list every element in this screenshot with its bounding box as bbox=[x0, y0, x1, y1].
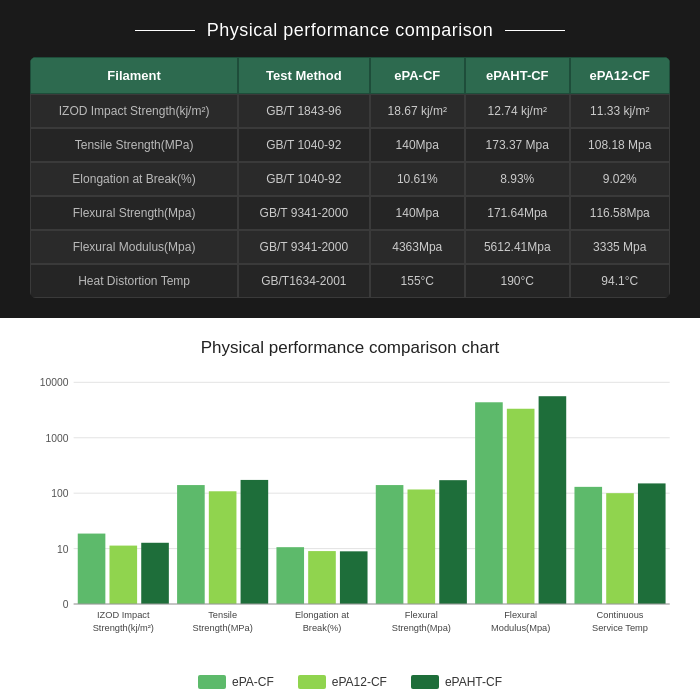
svg-text:Service Temp: Service Temp bbox=[592, 623, 648, 633]
svg-rect-27 bbox=[638, 483, 666, 604]
svg-rect-15 bbox=[574, 487, 602, 604]
svg-text:100: 100 bbox=[51, 488, 68, 499]
cell-filament: Heat Distortion Temp bbox=[30, 264, 238, 298]
cell-epaht-cf: 173.37 Mpa bbox=[465, 128, 570, 162]
cell-method: GB/T 9341-2000 bbox=[238, 230, 369, 264]
cell-epa12-cf: 94.1°C bbox=[570, 264, 670, 298]
legend-label-epa-cf: ePA-CF bbox=[232, 675, 274, 689]
legend-color-epa-cf bbox=[198, 675, 226, 689]
svg-rect-19 bbox=[408, 489, 436, 604]
svg-rect-21 bbox=[606, 493, 634, 604]
svg-rect-24 bbox=[340, 551, 368, 604]
cell-epa12-cf: 9.02% bbox=[570, 162, 670, 196]
svg-rect-23 bbox=[241, 480, 269, 604]
svg-rect-26 bbox=[539, 396, 567, 604]
cell-epa12-cf: 11.33 kj/m² bbox=[570, 94, 670, 128]
svg-text:Elongation at: Elongation at bbox=[295, 610, 350, 620]
col-method: Test Method bbox=[238, 57, 369, 94]
svg-text:Continuous: Continuous bbox=[597, 610, 644, 620]
cell-epa12-cf: 116.58Mpa bbox=[570, 196, 670, 230]
col-epaht-cf: ePAHT-CF bbox=[465, 57, 570, 94]
svg-text:Strength(kj/m²): Strength(kj/m²) bbox=[93, 623, 154, 633]
cell-epa-cf: 4363Mpa bbox=[370, 230, 465, 264]
table-row: IZOD Impact Strength(kj/m²) GB/T 1843-96… bbox=[30, 94, 670, 128]
table-row: Flexural Strength(Mpa) GB/T 9341-2000 14… bbox=[30, 196, 670, 230]
top-section: Physical performance comparison Filament… bbox=[0, 0, 700, 318]
svg-text:Modulus(Mpa): Modulus(Mpa) bbox=[491, 623, 550, 633]
chart-legend: ePA-CF ePA12-CF ePAHT-CF bbox=[20, 675, 680, 689]
cell-method: GB/T 9341-2000 bbox=[238, 196, 369, 230]
svg-rect-14 bbox=[475, 402, 503, 604]
cell-epaht-cf: 171.64Mpa bbox=[465, 196, 570, 230]
svg-text:1000: 1000 bbox=[46, 433, 69, 444]
cell-filament: Elongation at Break(%) bbox=[30, 162, 238, 196]
cell-method: GB/T 1040-92 bbox=[238, 162, 369, 196]
cell-epaht-cf: 12.74 kj/m² bbox=[465, 94, 570, 128]
col-epa-cf: ePA-CF bbox=[370, 57, 465, 94]
performance-table: Filament Test Method ePA-CF ePAHT-CF ePA… bbox=[30, 57, 670, 298]
bar-chart: 010100100010000IZOD ImpactStrength(kj/m²… bbox=[20, 372, 680, 661]
cell-filament: Flexural Modulus(Mpa) bbox=[30, 230, 238, 264]
cell-method: GB/T 1843-96 bbox=[238, 94, 369, 128]
table-row: Elongation at Break(%) GB/T 1040-92 10.6… bbox=[30, 162, 670, 196]
cell-epa-cf: 155°C bbox=[370, 264, 465, 298]
cell-epaht-cf: 190°C bbox=[465, 264, 570, 298]
table-row: Tensile Strength(MPa) GB/T 1040-92 140Mp… bbox=[30, 128, 670, 162]
svg-rect-18 bbox=[308, 551, 336, 604]
svg-rect-20 bbox=[507, 409, 535, 604]
cell-epaht-cf: 5612.41Mpa bbox=[465, 230, 570, 264]
cell-epa12-cf: 3335 Mpa bbox=[570, 230, 670, 264]
cell-epa-cf: 140Mpa bbox=[370, 196, 465, 230]
col-epa12-cf: ePA12-CF bbox=[570, 57, 670, 94]
cell-method: GB/T 1040-92 bbox=[238, 128, 369, 162]
svg-rect-25 bbox=[439, 480, 467, 604]
svg-rect-22 bbox=[141, 543, 169, 604]
svg-text:Break(%): Break(%) bbox=[303, 623, 342, 633]
svg-text:Strength(MPa): Strength(MPa) bbox=[193, 623, 253, 633]
svg-text:Flexural: Flexural bbox=[405, 610, 438, 620]
cell-epa-cf: 18.67 kj/m² bbox=[370, 94, 465, 128]
legend-label-epaht-cf: ePAHT-CF bbox=[445, 675, 502, 689]
cell-epa-cf: 140Mpa bbox=[370, 128, 465, 162]
chart-area: 010100100010000IZOD ImpactStrength(kj/m²… bbox=[20, 372, 680, 665]
legend-color-epaht-cf bbox=[411, 675, 439, 689]
col-filament: Filament bbox=[30, 57, 238, 94]
top-title: Physical performance comparison bbox=[30, 20, 670, 41]
svg-text:Strength(Mpa): Strength(Mpa) bbox=[392, 623, 451, 633]
svg-rect-17 bbox=[209, 491, 237, 604]
cell-epaht-cf: 8.93% bbox=[465, 162, 570, 196]
svg-rect-13 bbox=[376, 485, 404, 604]
svg-rect-11 bbox=[177, 485, 205, 604]
svg-text:Flexural: Flexural bbox=[504, 610, 537, 620]
svg-text:10000: 10000 bbox=[40, 377, 69, 388]
table-row: Flexural Modulus(Mpa) GB/T 9341-2000 436… bbox=[30, 230, 670, 264]
legend-label-epa12-cf: ePA12-CF bbox=[332, 675, 387, 689]
legend-item-epa12-cf: ePA12-CF bbox=[298, 675, 387, 689]
chart-title: Physical performance comparison chart bbox=[20, 338, 680, 358]
svg-text:10: 10 bbox=[57, 544, 69, 555]
svg-text:IZOD Impact: IZOD Impact bbox=[97, 610, 150, 620]
cell-epa-cf: 10.61% bbox=[370, 162, 465, 196]
svg-text:Tensile: Tensile bbox=[208, 610, 237, 620]
table-header-row: Filament Test Method ePA-CF ePAHT-CF ePA… bbox=[30, 57, 670, 94]
svg-rect-12 bbox=[276, 547, 304, 604]
svg-text:0: 0 bbox=[63, 599, 69, 610]
cell-method: GB/T1634-2001 bbox=[238, 264, 369, 298]
legend-color-epa12-cf bbox=[298, 675, 326, 689]
cell-filament: Flexural Strength(Mpa) bbox=[30, 196, 238, 230]
legend-item-epaht-cf: ePAHT-CF bbox=[411, 675, 502, 689]
cell-epa12-cf: 108.18 Mpa bbox=[570, 128, 670, 162]
svg-rect-16 bbox=[109, 546, 137, 604]
bottom-section: Physical performance comparison chart 01… bbox=[0, 318, 700, 700]
legend-item-epa-cf: ePA-CF bbox=[198, 675, 274, 689]
svg-rect-10 bbox=[78, 534, 106, 604]
table-row: Heat Distortion Temp GB/T1634-2001 155°C… bbox=[30, 264, 670, 298]
cell-filament: IZOD Impact Strength(kj/m²) bbox=[30, 94, 238, 128]
cell-filament: Tensile Strength(MPa) bbox=[30, 128, 238, 162]
